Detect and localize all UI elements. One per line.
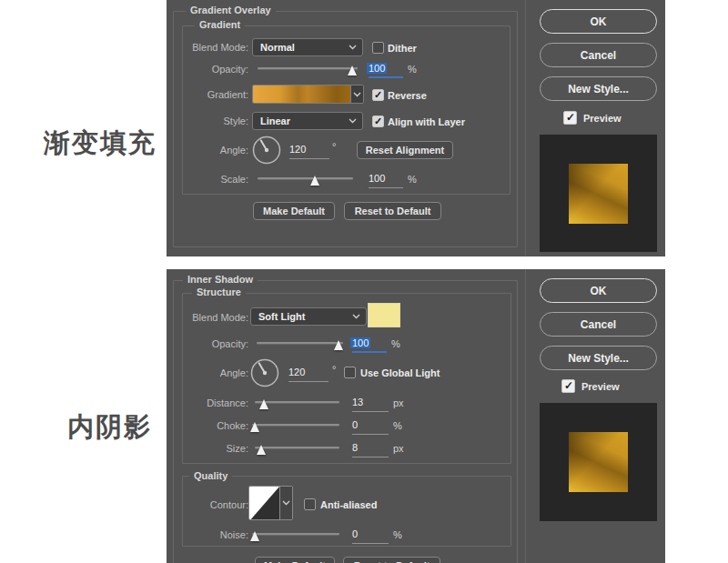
slider-track bbox=[252, 533, 339, 535]
choke-value[interactable]: 0 bbox=[352, 419, 389, 435]
scale-value[interactable]: 100 bbox=[369, 173, 403, 188]
dither-checkbox[interactable] bbox=[372, 42, 384, 54]
slider-thumb[interactable] bbox=[250, 531, 259, 541]
inner-shadow-panel: Inner Shadow Structure Blend Mode: Soft … bbox=[167, 269, 665, 563]
quality-title: Quality bbox=[189, 470, 232, 482]
chevron-down-icon[interactable] bbox=[350, 85, 363, 103]
choke-slider[interactable] bbox=[252, 417, 339, 434]
use-global-light-checkbox[interactable] bbox=[344, 367, 356, 378]
slider-thumb[interactable] bbox=[334, 340, 343, 350]
blend-mode-dropdown[interactable]: Soft Light bbox=[250, 307, 367, 326]
distance-slider[interactable] bbox=[255, 395, 339, 411]
ok-button[interactable]: OK bbox=[540, 278, 657, 303]
slider-thumb[interactable] bbox=[310, 176, 319, 186]
blend-mode-dropdown[interactable]: Normal bbox=[252, 38, 363, 56]
slider-track bbox=[255, 447, 339, 448]
scale-unit: % bbox=[408, 174, 417, 186]
reverse-checkbox[interactable] bbox=[372, 89, 384, 101]
angle-label: Angle: bbox=[168, 367, 248, 379]
size-label: Size: bbox=[168, 443, 248, 455]
preview-label: Preview bbox=[581, 381, 620, 393]
opacity-unit: % bbox=[408, 64, 417, 75]
use-global-light-label: Use Global Light bbox=[360, 367, 440, 379]
align-with-layer-label: Align with Layer bbox=[388, 116, 465, 128]
cancel-button[interactable]: Cancel bbox=[540, 43, 657, 67]
dither-label: Dither bbox=[388, 43, 417, 55]
preview-checkbox[interactable] bbox=[561, 379, 575, 393]
contour-control[interactable] bbox=[248, 486, 293, 520]
style-preview-thumbnail bbox=[540, 403, 657, 521]
distance-unit: px bbox=[393, 397, 404, 409]
section-title: Structure bbox=[192, 287, 246, 298]
gradient-control[interactable] bbox=[252, 85, 364, 104]
style-label: Style: bbox=[168, 116, 248, 127]
opacity-label: Opacity: bbox=[168, 64, 248, 75]
opacity-slider[interactable] bbox=[257, 336, 343, 352]
noise-slider[interactable] bbox=[252, 527, 339, 543]
new-style-button[interactable]: New Style... bbox=[540, 346, 657, 370]
angle-dial[interactable] bbox=[252, 136, 281, 165]
angle-value[interactable]: 120 bbox=[289, 144, 329, 159]
opacity-slider[interactable] bbox=[258, 61, 358, 77]
slider-thumb[interactable] bbox=[250, 422, 259, 432]
blend-mode-label: Blend Mode: bbox=[168, 42, 248, 54]
style-preview-thumbnail bbox=[540, 135, 657, 252]
distance-label: Distance: bbox=[168, 397, 248, 409]
choke-unit: % bbox=[393, 420, 402, 432]
new-style-button[interactable]: New Style... bbox=[540, 76, 657, 101]
slider-thumb[interactable] bbox=[259, 399, 268, 409]
slider-track bbox=[258, 177, 353, 179]
style-dropdown[interactable]: Linear bbox=[252, 112, 363, 130]
slider-track bbox=[258, 67, 358, 69]
reset-to-default-button[interactable]: Reset to Default bbox=[344, 202, 441, 220]
gradient-swatch[interactable] bbox=[253, 85, 350, 103]
chevron-down-icon bbox=[349, 45, 357, 50]
reverse-label: Reverse bbox=[388, 90, 427, 102]
anti-aliased-checkbox[interactable] bbox=[304, 498, 316, 510]
blend-mode-label: Blend Mode: bbox=[168, 312, 248, 324]
scale-label: Scale: bbox=[168, 174, 248, 186]
angle-unit: ° bbox=[332, 141, 336, 153]
slider-thumb[interactable] bbox=[257, 445, 266, 455]
noise-unit: % bbox=[393, 529, 402, 541]
noise-label: Noise: bbox=[168, 529, 248, 541]
opacity-value[interactable]: 100 bbox=[352, 337, 387, 353]
cancel-button[interactable]: Cancel bbox=[540, 312, 657, 337]
gradient-overlay-panel: Gradient Overlay Gradient Blend Mode: No… bbox=[167, 0, 665, 256]
opacity-label: Opacity: bbox=[168, 338, 248, 350]
panel-title: Inner Shadow bbox=[183, 274, 258, 286]
make-default-button[interactable]: Make Default bbox=[255, 557, 335, 563]
angle-value[interactable]: 120 bbox=[288, 367, 329, 382]
size-unit: px bbox=[393, 443, 404, 455]
slider-thumb[interactable] bbox=[348, 65, 357, 75]
opacity-unit: % bbox=[391, 338, 400, 350]
annotation-inner-shadow: 内阴影 bbox=[67, 409, 152, 446]
contour-swatch[interactable] bbox=[249, 487, 279, 519]
slider-track bbox=[252, 424, 339, 426]
opacity-value[interactable]: 100 bbox=[369, 63, 403, 78]
make-default-button[interactable]: Make Default bbox=[253, 202, 335, 220]
size-slider[interactable] bbox=[255, 440, 339, 457]
chevron-down-icon[interactable] bbox=[279, 487, 292, 519]
angle-unit: ° bbox=[332, 364, 336, 376]
reset-to-default-button[interactable]: Reset to Default bbox=[343, 557, 440, 563]
shadow-color-swatch[interactable] bbox=[368, 303, 400, 327]
distance-value[interactable]: 13 bbox=[352, 397, 389, 412]
panel-title: Gradient Overlay bbox=[186, 5, 276, 16]
preview-checkbox[interactable] bbox=[563, 111, 577, 125]
section-title: Gradient bbox=[195, 19, 245, 31]
size-value[interactable]: 8 bbox=[352, 442, 389, 457]
noise-value[interactable]: 0 bbox=[352, 528, 389, 544]
reset-alignment-button[interactable]: Reset Alignment bbox=[357, 141, 453, 159]
choke-label: Choke: bbox=[168, 420, 248, 432]
anti-aliased-label: Anti-aliased bbox=[320, 499, 377, 511]
preview-label: Preview bbox=[583, 113, 622, 125]
angle-label: Angle: bbox=[168, 145, 248, 156]
gradient-label: Gradient: bbox=[168, 89, 248, 101]
chevron-down-icon bbox=[349, 118, 357, 124]
angle-dial[interactable] bbox=[250, 358, 279, 387]
divider bbox=[525, 0, 526, 256]
align-with-layer-checkbox[interactable] bbox=[372, 116, 384, 127]
ok-button[interactable]: OK bbox=[540, 9, 657, 34]
scale-slider[interactable] bbox=[258, 171, 353, 187]
